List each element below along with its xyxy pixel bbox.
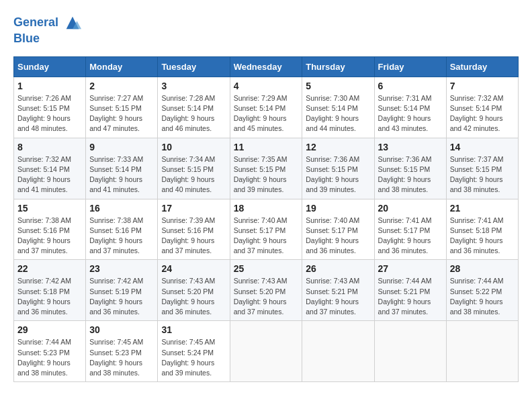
sunrise-label: Sunrise: 7:44 AM bbox=[17, 338, 71, 346]
calendar-cell: 29 Sunrise: 7:44 AM Sunset: 5:23 PM Dayl… bbox=[14, 321, 86, 382]
day-info: Sunrise: 7:38 AM Sunset: 5:16 PM Dayligh… bbox=[89, 216, 154, 257]
daylight-label: Daylight: 9 hours and 37 minutes. bbox=[17, 236, 71, 255]
calendar-cell bbox=[374, 321, 446, 382]
day-info: Sunrise: 7:32 AM Sunset: 5:14 PM Dayligh… bbox=[17, 154, 82, 195]
calendar-cell: 17 Sunrise: 7:39 AM Sunset: 5:16 PM Dayl… bbox=[158, 199, 230, 260]
day-info: Sunrise: 7:43 AM Sunset: 5:20 PM Dayligh… bbox=[161, 276, 226, 317]
sunset-label: Sunset: 5:15 PM bbox=[17, 104, 70, 112]
sunset-label: Sunset: 5:15 PM bbox=[450, 165, 502, 173]
sunset-label: Sunset: 5:19 PM bbox=[89, 287, 142, 295]
day-info: Sunrise: 7:40 AM Sunset: 5:17 PM Dayligh… bbox=[234, 216, 299, 257]
daylight-label: Daylight: 9 hours and 37 minutes. bbox=[234, 298, 287, 316]
sunset-label: Sunset: 5:15 PM bbox=[89, 104, 142, 112]
daylight-label: Daylight: 9 hours and 40 minutes. bbox=[161, 175, 214, 193]
sunset-label: Sunset: 5:20 PM bbox=[161, 287, 214, 295]
daylight-label: Daylight: 9 hours and 38 minutes. bbox=[378, 175, 431, 193]
day-info: Sunrise: 7:45 AM Sunset: 5:24 PM Dayligh… bbox=[161, 337, 226, 378]
calendar-cell: 31 Sunrise: 7:45 AM Sunset: 5:24 PM Dayl… bbox=[158, 321, 230, 382]
weekday-header-tuesday: Tuesday bbox=[158, 56, 230, 77]
daylight-label: Daylight: 9 hours and 45 minutes. bbox=[234, 114, 287, 132]
sunrise-label: Sunrise: 7:42 AM bbox=[89, 277, 143, 285]
sunrise-label: Sunrise: 7:41 AM bbox=[378, 216, 432, 224]
day-info: Sunrise: 7:43 AM Sunset: 5:21 PM Dayligh… bbox=[306, 276, 370, 317]
daylight-label: Daylight: 9 hours and 37 minutes. bbox=[306, 298, 359, 316]
daylight-label: Daylight: 9 hours and 39 minutes. bbox=[306, 175, 359, 193]
daylight-label: Daylight: 9 hours and 36 minutes. bbox=[450, 236, 503, 255]
calendar-cell: 20 Sunrise: 7:41 AM Sunset: 5:17 PM Dayl… bbox=[374, 199, 446, 260]
sunrise-label: Sunrise: 7:41 AM bbox=[450, 216, 504, 224]
day-number: 13 bbox=[378, 142, 443, 152]
calendar-week-2: 8 Sunrise: 7:32 AM Sunset: 5:14 PM Dayli… bbox=[14, 138, 519, 199]
calendar-cell bbox=[302, 321, 374, 382]
calendar-cell: 23 Sunrise: 7:42 AM Sunset: 5:19 PM Dayl… bbox=[86, 260, 158, 321]
day-number: 23 bbox=[89, 263, 154, 274]
day-info: Sunrise: 7:26 AM Sunset: 5:15 PM Dayligh… bbox=[17, 93, 82, 134]
daylight-label: Daylight: 9 hours and 42 minutes. bbox=[450, 114, 503, 132]
sunrise-label: Sunrise: 7:43 AM bbox=[234, 277, 287, 285]
day-number: 12 bbox=[306, 142, 370, 152]
calendar-cell: 11 Sunrise: 7:35 AM Sunset: 5:15 PM Dayl… bbox=[230, 138, 302, 199]
daylight-label: Daylight: 9 hours and 47 minutes. bbox=[89, 114, 142, 132]
day-info: Sunrise: 7:36 AM Sunset: 5:15 PM Dayligh… bbox=[306, 154, 370, 195]
day-info: Sunrise: 7:39 AM Sunset: 5:16 PM Dayligh… bbox=[161, 216, 226, 257]
day-info: Sunrise: 7:34 AM Sunset: 5:15 PM Dayligh… bbox=[161, 154, 226, 195]
daylight-label: Daylight: 9 hours and 36 minutes. bbox=[17, 298, 71, 316]
sunrise-label: Sunrise: 7:28 AM bbox=[161, 94, 215, 102]
day-info: Sunrise: 7:41 AM Sunset: 5:18 PM Dayligh… bbox=[450, 216, 515, 257]
calendar-cell: 1 Sunrise: 7:26 AM Sunset: 5:15 PM Dayli… bbox=[14, 77, 86, 138]
sunset-label: Sunset: 5:14 PM bbox=[89, 165, 142, 173]
sunrise-label: Sunrise: 7:27 AM bbox=[89, 94, 143, 102]
logo-text: General bbox=[13, 13, 82, 32]
calendar-cell: 7 Sunrise: 7:32 AM Sunset: 5:14 PM Dayli… bbox=[446, 77, 518, 138]
calendar-cell: 25 Sunrise: 7:43 AM Sunset: 5:20 PM Dayl… bbox=[230, 260, 302, 321]
calendar-cell: 28 Sunrise: 7:44 AM Sunset: 5:22 PM Dayl… bbox=[446, 260, 518, 321]
daylight-label: Daylight: 9 hours and 38 minutes. bbox=[450, 175, 503, 193]
sunrise-label: Sunrise: 7:35 AM bbox=[234, 155, 287, 163]
calendar-cell: 16 Sunrise: 7:38 AM Sunset: 5:16 PM Dayl… bbox=[86, 199, 158, 260]
day-number: 15 bbox=[17, 203, 82, 214]
day-info: Sunrise: 7:30 AM Sunset: 5:14 PM Dayligh… bbox=[306, 93, 370, 134]
calendar-cell: 19 Sunrise: 7:40 AM Sunset: 5:17 PM Dayl… bbox=[302, 199, 374, 260]
sunset-label: Sunset: 5:21 PM bbox=[306, 287, 358, 295]
day-number: 30 bbox=[89, 324, 154, 335]
day-info: Sunrise: 7:42 AM Sunset: 5:18 PM Dayligh… bbox=[17, 276, 82, 317]
day-number: 17 bbox=[161, 203, 226, 214]
daylight-label: Daylight: 9 hours and 38 minutes. bbox=[17, 359, 71, 377]
day-number: 27 bbox=[378, 263, 443, 274]
day-number: 29 bbox=[17, 324, 82, 335]
calendar-week-1: 1 Sunrise: 7:26 AM Sunset: 5:15 PM Dayli… bbox=[14, 77, 519, 138]
day-number: 3 bbox=[161, 81, 226, 91]
daylight-label: Daylight: 9 hours and 38 minutes. bbox=[89, 359, 142, 377]
day-number: 25 bbox=[234, 263, 299, 274]
sunrise-label: Sunrise: 7:39 AM bbox=[161, 216, 215, 224]
day-number: 7 bbox=[450, 81, 515, 91]
day-info: Sunrise: 7:33 AM Sunset: 5:14 PM Dayligh… bbox=[89, 154, 154, 195]
daylight-label: Daylight: 9 hours and 37 minutes. bbox=[89, 236, 142, 255]
day-number: 16 bbox=[89, 203, 154, 214]
day-info: Sunrise: 7:40 AM Sunset: 5:17 PM Dayligh… bbox=[306, 216, 370, 257]
weekday-header-thursday: Thursday bbox=[302, 56, 374, 77]
sunrise-label: Sunrise: 7:33 AM bbox=[89, 155, 143, 163]
daylight-label: Daylight: 9 hours and 36 minutes. bbox=[89, 298, 142, 316]
sunset-label: Sunset: 5:23 PM bbox=[17, 349, 70, 357]
day-info: Sunrise: 7:44 AM Sunset: 5:21 PM Dayligh… bbox=[378, 276, 443, 317]
day-info: Sunrise: 7:41 AM Sunset: 5:17 PM Dayligh… bbox=[378, 216, 443, 257]
sunset-label: Sunset: 5:24 PM bbox=[161, 349, 214, 357]
daylight-label: Daylight: 9 hours and 36 minutes. bbox=[378, 236, 431, 255]
page-header: General Blue bbox=[13, 13, 519, 46]
sunrise-label: Sunrise: 7:40 AM bbox=[306, 216, 359, 224]
sunrise-label: Sunrise: 7:30 AM bbox=[306, 94, 359, 102]
day-number: 4 bbox=[234, 81, 299, 91]
sunrise-label: Sunrise: 7:44 AM bbox=[378, 277, 432, 285]
weekday-header-sunday: Sunday bbox=[14, 56, 86, 77]
day-number: 5 bbox=[306, 81, 370, 91]
sunrise-label: Sunrise: 7:26 AM bbox=[17, 94, 71, 102]
calendar-cell: 12 Sunrise: 7:36 AM Sunset: 5:15 PM Dayl… bbox=[302, 138, 374, 199]
sunrise-label: Sunrise: 7:44 AM bbox=[450, 277, 504, 285]
daylight-label: Daylight: 9 hours and 44 minutes. bbox=[306, 114, 359, 132]
sunrise-label: Sunrise: 7:34 AM bbox=[161, 155, 215, 163]
day-info: Sunrise: 7:44 AM Sunset: 5:23 PM Dayligh… bbox=[17, 337, 82, 378]
daylight-label: Daylight: 9 hours and 38 minutes. bbox=[450, 298, 503, 316]
calendar-cell: 22 Sunrise: 7:42 AM Sunset: 5:18 PM Dayl… bbox=[14, 260, 86, 321]
calendar-cell: 8 Sunrise: 7:32 AM Sunset: 5:14 PM Dayli… bbox=[14, 138, 86, 199]
